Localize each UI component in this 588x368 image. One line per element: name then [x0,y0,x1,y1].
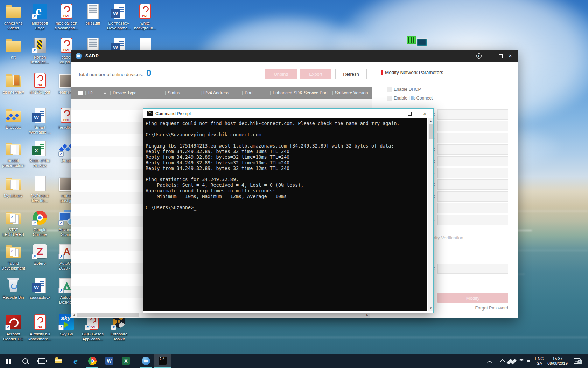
desktop-icon-dermatrax[interactable]: WDermaTrax-Developme... [106,3,132,30]
show-hidden-icons-button[interactable] [498,354,506,368]
desktop-icon-aaaaa-docx[interactable]: Waaaaa.docx [27,277,52,300]
desktop-icon-label: Zotero [27,261,52,266]
column-header-enhanced-sdk-service-port[interactable]: Enhanced SDK Service Port [273,87,328,99]
desktop-icon-smart-wearable[interactable]: WSmartWearable ... [27,107,52,135]
network-parameter-field-7[interactable] [438,179,508,190]
close-button[interactable]: × [417,109,433,118]
desktop-icon-label: Recycle Bin [1,295,26,300]
language-indicator[interactable]: ENGGA [533,354,545,368]
column-separator: | [270,87,271,99]
network-parameter-field-9[interactable] [438,203,508,213]
task-view-icon [38,358,46,364]
scroll-right-icon[interactable]: ► [365,313,370,318]
desktop-icon-dropbox-folder[interactable]: Dropbox [1,107,26,130]
desktop-icon-microsoft-edge[interactable]: ↗MicrosoftEdge [27,3,52,30]
maximize-button[interactable] [402,109,417,118]
excel-button[interactable]: X [118,354,134,368]
select-all-checkbox[interactable] [78,91,83,95]
cmd-title-bar[interactable]: Command Prompt × [144,109,433,118]
desktop-icon-label: State of theArt.xlsx [27,158,52,168]
console-line: Packets: Sent = 4, Received = 4, Lost = … [146,183,303,188]
info-icon[interactable]: i [474,50,484,62]
network-parameter-field-10[interactable] [438,215,508,225]
start-button[interactable] [0,354,17,368]
password-field[interactable] [438,264,508,274]
checkbox[interactable] [387,87,392,92]
scroll-down-icon[interactable]: ▼ [428,306,433,311]
horizontal-scrollbar[interactable]: ◄ ► [71,313,370,318]
scrollbar-thumb[interactable] [429,124,433,139]
desktop-icon-norton-installation[interactable]: ↗NortonInstallati... [27,37,52,64]
export-button[interactable]: Export [300,69,331,79]
minimize-button[interactable] [485,50,496,62]
network-parameter-field-1[interactable] [438,109,508,120]
checkbox[interactable] [387,96,392,101]
desktop-icon-bills1-tiff[interactable]: bills1.tiff [80,3,105,26]
refresh-button[interactable]: Refresh [335,69,367,79]
desktop-icon-tubrid-development[interactable]: TubridDevelopment [1,243,26,271]
word-icon: W [31,107,48,124]
scrollbar-thumb[interactable] [77,313,139,317]
column-header-ipv4-address[interactable]: IPv4 Address [203,87,229,99]
divider [468,238,507,238]
desktop-icon-471754-pdf[interactable]: 471754.pdf [27,72,52,95]
chrome-button[interactable] [84,354,101,368]
windows-logo-icon [6,359,11,364]
network-parameter-field-8[interactable] [438,191,508,202]
action-center-button[interactable]: 1 [572,354,582,368]
column-header-device-type[interactable]: Device Type [113,87,137,99]
modify-button[interactable]: Modify [438,293,508,303]
maximize-button[interactable] [495,50,506,62]
network-parameter-field-3[interactable] [438,133,508,143]
vertical-scrollbar[interactable]: ▲ ▼ [428,118,433,311]
file-explorer-button[interactable] [50,354,67,368]
desktop-icon-my-library[interactable]: My Library [1,175,26,198]
network-parameter-field-6[interactable] [438,168,508,178]
cmd-taskbar-button[interactable] [154,354,171,368]
desktop-icon-model-presentation[interactable]: modelpresentation [1,140,26,168]
desktop-icon-stat-lectures[interactable]: STATLECTURES [1,209,26,237]
minimize-button[interactable] [386,109,401,118]
console-output[interactable]: Ping request could not find host dec.hik… [144,118,427,311]
network-parameter-field-2[interactable] [438,121,508,131]
people-tray-icon[interactable] [484,354,494,368]
desktop-icon-recycle-bin[interactable]: Recycle Bin [1,277,26,300]
column-header-software-version[interactable]: Software Version [335,87,368,99]
desktop-icon-cit-interview[interactable]: cit interview [1,72,26,95]
network-parameter-field-5[interactable] [438,156,508,166]
sort-ascending-icon[interactable] [104,92,106,94]
volume-tray-icon[interactable] [524,354,533,368]
clock[interactable]: 15:3708/08/2019 [545,354,570,368]
column-header-id[interactable]: ID [88,87,93,99]
internet-explorer-button[interactable]: e [67,354,84,368]
desktop-icon-annes-vhs-videos[interactable]: annes vhsvideos [1,3,26,30]
word-button[interactable]: W [101,354,118,368]
shortcut-arrow-icon: ↗ [85,325,90,330]
desktop-icon-zotero[interactable]: ↗Zotero [27,243,52,266]
task-view-button[interactable] [34,354,50,368]
network-parameter-field-4[interactable] [438,144,508,155]
desktop-icon-acrobat-reader-dc[interactable]: ↗AcrobatReader DC [1,314,26,341]
dropbox-tray-icon[interactable] [507,354,516,368]
desktop-icon-medical-certs[interactable]: medical certs ocallagha... [54,3,79,30]
desktop-icon-state-of-the-art-xlsx[interactable]: XState of theArt.xlsx [27,140,52,168]
desktop-icon-myproject-files[interactable]: MyProjectfiles fro... [27,175,52,203]
word-icon: W [105,357,113,365]
sadp-title-bar[interactable]: SADP i × [71,50,518,62]
desktop-icon-art[interactable]: art [1,37,26,60]
desktop-icon-google-chrome[interactable]: ↗GoogleChrome [27,209,52,237]
desktop-icon-airtricity-bill[interactable]: Airtricity billknockmare... [27,314,52,341]
column-header-status[interactable]: Status [168,87,180,99]
forgot-password-link[interactable]: Forgot Password [438,306,508,311]
unbind-button[interactable]: Unbind [265,69,297,79]
column-header-port[interactable]: Port [245,87,253,99]
sadp-taskbar-button[interactable] [138,354,154,368]
taskbar-search-button[interactable] [17,354,34,368]
scroll-up-icon[interactable]: ▲ [428,119,433,124]
scroll-left-icon[interactable]: ◄ [71,313,76,318]
checkbox-label: Enable DHCP [394,87,421,92]
column-separator: | [165,87,166,99]
pdfapp-icon: ↗ [5,314,22,330]
desktop-icon-white-background[interactable]: whitebackgroun... [133,3,158,30]
close-button[interactable]: × [505,50,516,62]
